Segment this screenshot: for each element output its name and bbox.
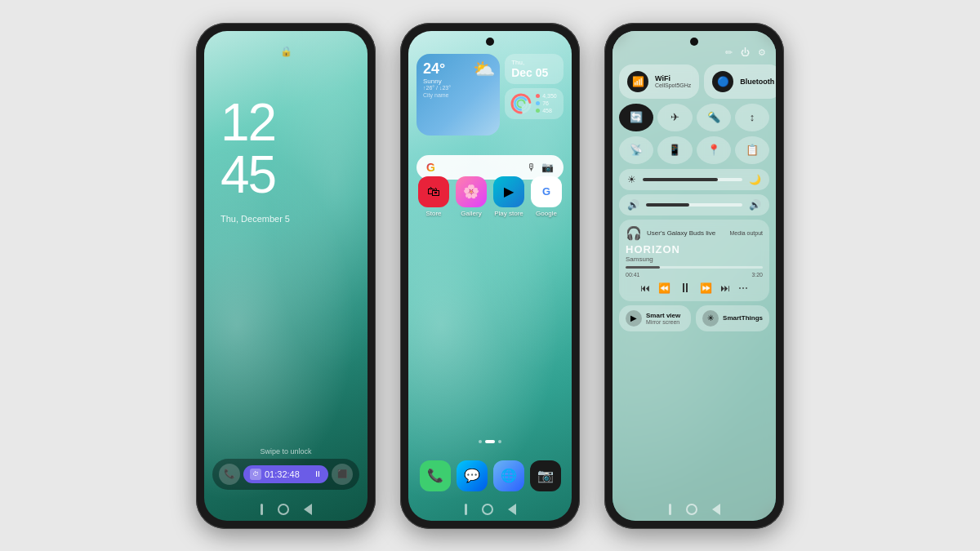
- nav-recent-3[interactable]: [669, 504, 671, 515]
- wifi-label: WiFi: [655, 74, 691, 82]
- google-label: Google: [536, 210, 557, 217]
- phone-2-homescreen: ⛅ 24° Sunny ↑26° / ↓23° City name Thu, D…: [400, 23, 580, 529]
- forward-button[interactable]: ⏩: [700, 282, 712, 294]
- nav-home-2[interactable]: [482, 504, 493, 515]
- skip-prev-button[interactable]: ⏮: [640, 282, 650, 294]
- clock-date: Dec 05: [511, 66, 557, 79]
- flashlight-tile[interactable]: 🔦: [697, 104, 731, 131]
- phone-button[interactable]: 📞: [219, 464, 240, 485]
- lens-icon[interactable]: 📷: [541, 162, 554, 173]
- media-header: 🎧 User's Galaxy Buds live Media output: [626, 225, 763, 241]
- home-screen: ⛅ 24° Sunny ↑26° / ↓23° City name Thu, D…: [408, 31, 572, 521]
- media-artist: Samsung: [626, 256, 763, 263]
- volume-right-icon[interactable]: 🔊: [749, 199, 761, 211]
- right-widgets: Thu, Dec 05: [505, 54, 564, 136]
- qs-small-row-2: 📡 📱 📍 📋: [619, 136, 769, 164]
- clock-day: Thu,: [511, 59, 557, 66]
- nav-home-3[interactable]: [686, 504, 697, 515]
- volume-slider[interactable]: 🔊 🔊: [619, 194, 769, 216]
- page-indicator: [408, 440, 572, 443]
- smart-view-sub: Mirror screen: [646, 319, 680, 325]
- lock-screen: 🔒 12 45 Thu, December 5 Swipe to unlock …: [204, 31, 368, 521]
- bluetooth-tile[interactable]: 🔵 Bluetooth: [704, 64, 776, 99]
- health-widget[interactable]: 4,350 76 458: [505, 88, 564, 119]
- power-icon[interactable]: ⏻: [741, 47, 750, 58]
- app-camera[interactable]: 📷: [530, 460, 561, 491]
- settings-icon[interactable]: ⚙: [758, 47, 766, 58]
- app-messages[interactable]: 💬: [457, 460, 488, 491]
- weather-city: City name: [423, 92, 493, 98]
- skip-next-button[interactable]: ⏭: [720, 282, 730, 294]
- dark-mode-icon[interactable]: 🌙: [749, 174, 761, 185]
- timer-widget[interactable]: ⏱ 01:32:48 ⏸: [243, 465, 328, 483]
- pencil-icon[interactable]: ✏: [725, 47, 733, 58]
- location-tile[interactable]: 📍: [697, 136, 731, 164]
- pause-button[interactable]: ⏸: [679, 281, 692, 295]
- qs-small-row-1: 🔄 ✈ 🔦 ↕: [619, 104, 769, 131]
- qs-top-icons: ✏ ⏻ ⚙: [619, 47, 769, 58]
- media-progress-bar[interactable]: [626, 266, 763, 269]
- lock-bottom-bar: 📞 ⏱ 01:32:48 ⏸ ⬛: [212, 459, 359, 490]
- media-controls: ⏮ ⏪ ⏸ ⏩ ⏭ ⋯: [626, 281, 763, 295]
- bluetooth-icon: 🔵: [712, 71, 733, 92]
- screen-tile[interactable]: 📱: [657, 136, 692, 164]
- wifi-tile[interactable]: 📶 WiFi CellSpot5GHz: [619, 64, 699, 99]
- phone-dock-icon: 📞: [420, 460, 451, 491]
- weather-widget[interactable]: ⛅ 24° Sunny ↑26° / ↓23° City name: [416, 54, 500, 136]
- nav-recent[interactable]: [261, 504, 263, 515]
- app-store[interactable]: 🛍 Store: [416, 176, 451, 217]
- dot-1: [479, 440, 482, 443]
- mic-icon[interactable]: 🎙: [527, 162, 537, 173]
- rotation-tile[interactable]: 🔄: [619, 104, 653, 131]
- smart-view-tile[interactable]: ▶ Smart view Mirror screen: [619, 305, 691, 331]
- dock-row: 📞 💬 🌐 📷: [416, 460, 564, 491]
- buds-icon: 🎧: [626, 225, 642, 241]
- nav-back-3[interactable]: [712, 504, 720, 515]
- nav-bar-3: [612, 498, 776, 521]
- app-gallery[interactable]: 🌸 Gallery: [454, 176, 488, 217]
- media-output[interactable]: Media output: [730, 230, 763, 236]
- widget-row: ⛅ 24° Sunny ↑26° / ↓23° City name Thu, D…: [416, 54, 564, 136]
- nfc-tile[interactable]: ↕: [735, 104, 769, 131]
- media-times: 00:41 3:20: [626, 272, 763, 278]
- brightness-track: [643, 178, 742, 181]
- camera-dock-icon: 📷: [530, 460, 561, 491]
- media-progress-fill: [626, 266, 660, 269]
- camera-button[interactable]: ⬛: [332, 464, 353, 485]
- app-internet[interactable]: 🌐: [493, 460, 524, 491]
- phone-3-quicksettings: ✏ ⏻ ⚙ 📶 WiFi CellSpot5GHz 🔵: [604, 23, 784, 529]
- smart-things-label: SmartThings: [723, 314, 763, 322]
- wifi-sub: CellSpot5GHz: [655, 82, 691, 88]
- smart-things-tile[interactable]: ✳ SmartThings: [696, 305, 769, 331]
- brightness-fill: [643, 178, 718, 181]
- app-google[interactable]: G Google: [529, 176, 564, 217]
- brightness-icon: ☀: [627, 174, 636, 185]
- internet-icon: 🌐: [493, 460, 524, 491]
- rewind-button[interactable]: ⏪: [658, 282, 670, 294]
- lock-hour: 12: [220, 96, 368, 149]
- qs-bottom-row: ▶ Smart view Mirror screen ✳ SmartThings: [619, 305, 769, 331]
- google-icon: G: [531, 176, 562, 207]
- more-button[interactable]: ⋯: [738, 282, 748, 294]
- weather-icon: ⛅: [473, 59, 495, 80]
- nav-back[interactable]: [304, 504, 312, 515]
- wifi-icon: 📶: [627, 71, 648, 92]
- playstore-icon: ▶: [493, 176, 524, 207]
- app-grid: 🛍 Store 🌸 Gallery ▶ Play store G Google: [416, 176, 564, 217]
- app-phone[interactable]: 📞: [420, 460, 451, 491]
- clipboard-tile[interactable]: 📋: [735, 136, 769, 164]
- nav-recent-2[interactable]: [465, 504, 467, 515]
- nav-home[interactable]: [278, 504, 289, 515]
- brightness-slider[interactable]: ☀ 🌙: [619, 169, 769, 190]
- lock-minute: 45: [220, 149, 368, 201]
- airplane-tile[interactable]: ✈: [657, 104, 692, 131]
- timer-pause-button[interactable]: ⏸: [314, 469, 322, 478]
- dot-3: [498, 440, 501, 443]
- clock-widget[interactable]: Thu, Dec 05: [505, 54, 564, 84]
- nav-back-2[interactable]: [508, 504, 516, 515]
- rss-tile[interactable]: 📡: [619, 136, 653, 164]
- app-playstore[interactable]: ▶ Play store: [492, 176, 526, 217]
- nav-bar-1: [204, 498, 368, 521]
- messages-icon: 💬: [457, 460, 488, 491]
- health-stat-3: 458: [542, 108, 552, 113]
